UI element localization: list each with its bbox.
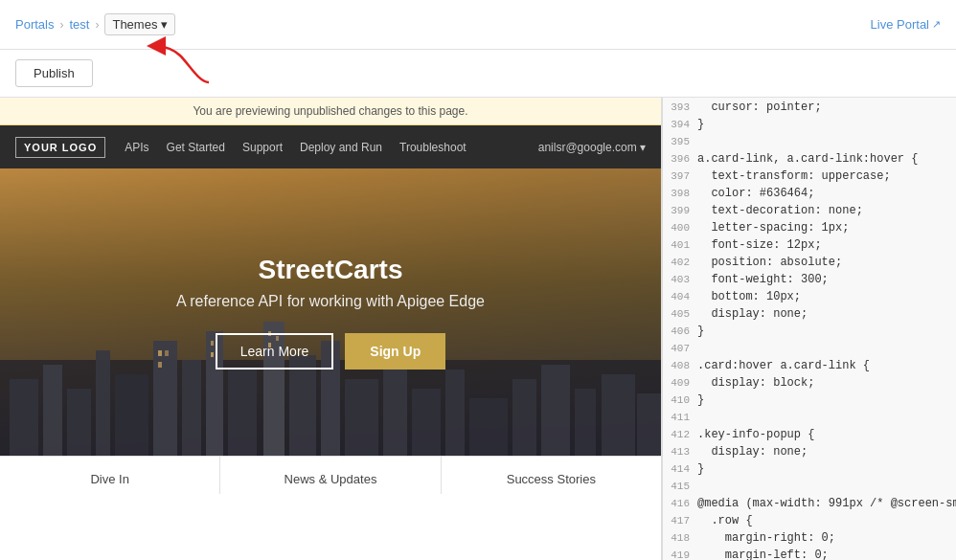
line-number: 410	[663, 392, 697, 409]
card-success-stories[interactable]: Success Stories	[442, 457, 661, 494]
svg-rect-6	[153, 341, 177, 456]
breadcrumb-sep-1: ›	[59, 18, 63, 32]
code-panel: 393 cursor: pointer;394}395396a.card-lin…	[661, 98, 956, 560]
breadcrumb-bar: Portals › test › Themes ▾ Live Portal ↗	[0, 0, 956, 50]
line-number: 399	[663, 202, 697, 219]
code-line: 410}	[663, 391, 956, 408]
svg-rect-24	[165, 350, 169, 356]
svg-rect-11	[289, 355, 316, 456]
code-line: 402 position: absolute;	[663, 253, 956, 270]
live-portal-link[interactable]: Live Portal ↗	[871, 17, 941, 32]
line-number: 407	[663, 340, 697, 357]
line-number: 403	[663, 271, 697, 288]
code-line: 413 display: none;	[663, 442, 956, 459]
line-content: display: none;	[697, 443, 808, 460]
code-lines: 393 cursor: pointer;394}395396a.card-lin…	[663, 98, 956, 560]
card-news-updates[interactable]: News & Updates	[220, 457, 441, 494]
publish-button[interactable]: Publish	[15, 59, 93, 87]
line-number: 406	[663, 323, 697, 340]
publish-bar: Publish	[0, 50, 956, 98]
nav-link-troubleshoot[interactable]: Troubleshoot	[399, 141, 467, 154]
breadcrumb-portals[interactable]: Portals	[15, 17, 54, 32]
code-line: 408.card:hover a.card-link {	[663, 356, 956, 373]
learn-more-button[interactable]: Learn More	[216, 333, 334, 370]
svg-rect-9	[228, 370, 257, 456]
code-line: 404 bottom: 10px;	[663, 287, 956, 304]
code-line: 395	[663, 132, 956, 149]
nav-link-get-started[interactable]: Get Started	[167, 141, 225, 154]
line-content: color: #636464;	[697, 185, 814, 202]
code-line: 409 display: block;	[663, 373, 956, 391]
svg-rect-18	[512, 379, 536, 456]
card-dive-in[interactable]: Dive In	[0, 457, 220, 494]
hero-subtitle: A reference API for working with Apigee …	[176, 293, 485, 310]
portal-nav-user[interactable]: anilsr@google.com ▾	[538, 141, 646, 154]
sign-up-button[interactable]: Sign Up	[345, 333, 445, 370]
code-line: 403 font-weight: 300;	[663, 270, 956, 287]
line-number: 412	[663, 426, 697, 443]
hero-title: StreetCarts	[176, 255, 485, 285]
code-line: 393 cursor: pointer;	[663, 98, 956, 115]
line-number: 411	[663, 409, 697, 426]
line-content: }	[697, 116, 704, 133]
line-number: 404	[663, 288, 697, 305]
svg-rect-16	[445, 370, 465, 456]
portal-nav-links: APIs Get Started Support Deploy and Run …	[125, 141, 519, 154]
portal-nav: YOUR LOGO APIs Get Started Support Deplo…	[0, 125, 661, 168]
nav-link-deploy[interactable]: Deploy and Run	[300, 141, 382, 154]
card-dive-in-label: Dive In	[90, 472, 128, 486]
code-line: 418 margin-right: 0;	[663, 528, 956, 546]
line-content: @media (max-width: 991px /* @screen-sm-m…	[697, 495, 956, 512]
line-number: 395	[663, 133, 697, 150]
hero-content: StreetCarts A reference API for working …	[176, 255, 485, 370]
line-content: }	[697, 460, 704, 478]
line-content: font-size: 12px;	[697, 236, 822, 254]
line-number: 396	[663, 150, 697, 168]
code-line: 415	[663, 477, 956, 494]
line-number: 419	[663, 547, 697, 560]
hero-section: StreetCarts A reference API for working …	[0, 168, 661, 456]
themes-dropdown[interactable]: Themes ▾	[104, 13, 175, 35]
line-number: 416	[663, 495, 697, 512]
main-layout: You are previewing unpublished changes t…	[0, 98, 956, 560]
line-number: 400	[663, 219, 697, 236]
line-number: 405	[663, 305, 697, 323]
line-number: 401	[663, 236, 697, 254]
line-number: 414	[663, 460, 697, 478]
svg-rect-3	[67, 389, 91, 456]
breadcrumb-test[interactable]: test	[69, 17, 89, 32]
live-portal-label: Live Portal	[871, 17, 929, 32]
line-content: bottom: 10px;	[697, 288, 801, 305]
nav-link-apis[interactable]: APIs	[125, 141, 148, 154]
line-number: 397	[663, 168, 697, 185]
code-line: 400 letter-spacing: 1px;	[663, 218, 956, 235]
code-line: 419 margin-left: 0;	[663, 546, 956, 560]
svg-rect-14	[383, 360, 407, 456]
line-content: margin-right: 0;	[697, 529, 835, 547]
code-line: 411	[663, 408, 956, 425]
code-line: 399 text-decoration: none;	[663, 201, 956, 218]
nav-link-support[interactable]: Support	[242, 141, 283, 154]
card-success-stories-label: Success Stories	[507, 472, 596, 486]
code-line: 414}	[663, 459, 956, 477]
line-content: }	[697, 392, 704, 409]
line-content: font-weight: 300;	[697, 271, 829, 288]
preview-panel: You are previewing unpublished changes t…	[0, 98, 661, 560]
line-content: .card:hover a.card-link {	[697, 357, 870, 374]
line-content: margin-left: 0;	[697, 547, 829, 560]
breadcrumb: Portals › test › Themes ▾	[15, 13, 175, 35]
line-number: 417	[663, 512, 697, 529]
line-number: 415	[663, 478, 697, 495]
line-number: 418	[663, 529, 697, 547]
svg-rect-2	[43, 365, 62, 456]
svg-rect-20	[575, 389, 596, 456]
code-line: 407	[663, 339, 956, 356]
code-line: 397 text-transform: uppercase;	[663, 167, 956, 184]
code-line: 405 display: none;	[663, 304, 956, 322]
svg-rect-22	[637, 393, 661, 456]
cards-section: Dive In News & Updates Success Stories	[0, 456, 661, 494]
line-number: 408	[663, 357, 697, 374]
line-content: cursor: pointer;	[697, 99, 822, 116]
svg-rect-13	[345, 379, 378, 456]
line-number: 413	[663, 443, 697, 460]
